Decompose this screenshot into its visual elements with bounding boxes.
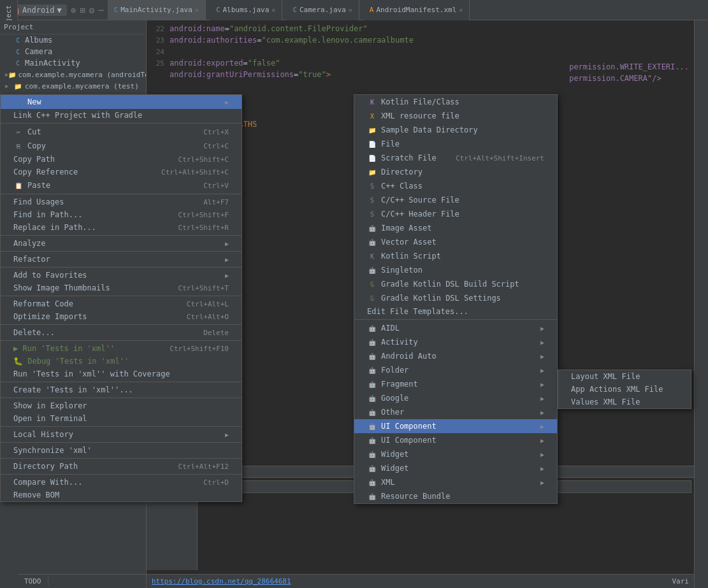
menu-item-values-xml[interactable]: Values XML File [558,396,691,408]
menu-item-remove-bom[interactable]: Remove BOM [1,489,242,501]
menu-item-sample-data[interactable]: 📁 Sample Data Directory [354,123,557,137]
menu-item-activity[interactable]: 🤖 Activity ▶ [354,335,557,349]
menu-item-resource-bundle[interactable]: 🤖 Resource Bundle [354,489,557,503]
menu-item-wear[interactable]: 🤖 Widget ▶ [354,447,557,461]
menu-item-vector-asset[interactable]: 🤖 Vector Asset [354,235,557,249]
menu-item-copy-ref[interactable]: Copy Reference Ctrl+Alt+Shift+C [1,166,242,178]
menu-item-copy[interactable]: ⎘ Copy Ctrl+C [1,139,242,153]
menu-item-layout-xml[interactable]: Layout XML File [558,370,691,383]
menu-dir-path-label: Directory Path [13,462,78,471]
tab-todo[interactable]: TODO [18,577,48,585]
menu-item-show-thumbnails[interactable]: Show Image Thumbnails Ctrl+Shift+T [1,282,242,294]
menu-android-auto-label: Android Auto [381,352,437,361]
menu-item-singleton[interactable]: 🤖 Singleton [354,263,557,277]
xml-icon: A [370,6,374,14]
menu-item-aidl[interactable]: 🤖 AIDL ▶ [354,321,557,335]
cpp-class-icon: S [367,181,377,191]
menu-item-new[interactable]: New ▶ [1,95,242,109]
reformat-shortcut: Ctrl+Alt+L [187,300,229,308]
menu-item-ui-component[interactable]: 🤖 UI Component ▶ [354,433,557,447]
menu-item-other[interactable]: 🤖 Other ▶ [354,405,557,419]
tab-todo-label: TODO [24,577,41,585]
layout-icon[interactable]: ⊞ [80,5,85,15]
tab-close-manifest[interactable]: ✕ [459,6,463,13]
menu-item-cpp-header[interactable]: S C/C++ Header File [354,207,557,221]
menu-item-edit-templates[interactable]: Edit File Templates... [354,305,557,318]
tab-close-albums[interactable]: ✕ [271,6,275,13]
menu-item-add-favorites[interactable]: Add to Favorites ▶ [1,269,242,282]
menu-item-dir-path[interactable]: Directory Path Ctrl+Alt+F12 [1,460,242,473]
menu-item-reformat[interactable]: Reformat Code Ctrl+Alt+L [1,298,242,310]
menu-item-replace-in-path[interactable]: Replace in Path... Ctrl+Shift+R [1,221,242,234]
menu-item-open-terminal[interactable]: Open in Terminal [1,412,242,425]
tree-item-androidtest[interactable]: ▶ 📁 com.example.mycamera (androidTes... [0,69,146,80]
menu-item-analyze[interactable]: Analyze ▶ [1,237,242,250]
tab-close-camera[interactable]: ✕ [349,6,352,13]
menu-item-service[interactable]: 🤖 UI Component ▶ [354,419,557,433]
panel-title: Project [4,23,33,31]
menu-item-link-cpp[interactable]: Link C++ Project with Gradle [1,109,242,122]
minimize-icon[interactable]: ─ [98,5,103,15]
menu-item-show-explorer[interactable]: Show in Explorer [1,399,242,412]
menu-item-xml-resource[interactable]: X XML resource file [354,109,557,123]
menu-item-app-actions-xml[interactable]: App Actions XML File [558,383,691,396]
menu-item-widget[interactable]: 🤖 Widget ▶ [354,461,557,475]
menu-item-optimize[interactable]: Optimize Imports Ctrl+Alt+O [1,310,242,323]
menu-item-sync[interactable]: Synchronize 'xml' [1,444,242,457]
tree-item-camera[interactable]: C Camera [0,46,146,57]
tab-close-mainactivity[interactable]: ✕ [195,6,199,13]
tab-manifest[interactable]: A AndroidManifest.xml ✕ [363,0,470,20]
menu-item-cpp-source[interactable]: S C/C++ Source File [354,193,557,207]
menu-cut-label: Cut [27,127,41,136]
menu-item-google[interactable]: 🤖 Google ▶ [354,391,557,405]
menu-item-gradle-kotlin-settings[interactable]: G Gradle Kotlin DSL Settings [354,291,557,305]
menu-item-compare[interactable]: Compare With... Ctrl+D [1,476,242,489]
context-menu: New ▶ Link C++ Project with Gradle ✂ Cut… [0,94,242,502]
settings-icon[interactable]: ⚙ [89,5,94,15]
menu-item-gradle-kotlin-build[interactable]: G Gradle Kotlin DSL Build Script [354,277,557,291]
menu-item-local-history[interactable]: Local History ▶ [1,428,242,441]
delete-shortcut: Delete [203,329,229,337]
menu-item-xml-sub[interactable]: 🤖 XML ▶ [354,475,557,489]
sep-13 [1,458,242,459]
menu-item-kotlin-script[interactable]: K Kotlin Script [354,249,557,263]
menu-item-delete[interactable]: Delete... Delete [1,326,242,339]
code-22: android:name="android.content.FileProvid… [170,24,368,33]
menu-item-refactor[interactable]: Refactor ▶ [1,253,242,266]
menu-item-find-usages[interactable]: Find Usages Alt+F7 [1,196,242,208]
tree-item-mainactivity[interactable]: C MainActivity [0,57,146,69]
tree-label-camera: Camera [25,47,52,56]
menu-item-image-asset[interactable]: 🤖 Image Asset [354,221,557,235]
aidl-arrow: ▶ [540,325,544,332]
menu-link-cpp-label: Link C++ Project with Gradle [13,111,142,120]
menu-item-folder[interactable]: 🤖 Folder ▶ [354,363,557,377]
menu-item-kotlin-class[interactable]: K Kotlin File/Class [354,95,557,109]
menu-resource-bundle-label: Resource Bundle [381,492,450,501]
menu-gradle-kotlin-build-label: Gradle Kotlin DSL Build Script [381,280,519,289]
menu-item-run-coverage[interactable]: Run 'Tests in 'xml'' with Coverage [1,368,242,380]
globe-icon[interactable]: ⊕ [71,5,76,15]
menu-item-file[interactable]: 📄 File [354,137,557,151]
menu-item-cpp-class[interactable]: S C++ Class [354,179,557,193]
menu-ui-component-label: UI Component [381,436,437,445]
menu-item-run-tests[interactable]: ▶ Run 'Tests in 'xml'' Ctrl+Shift+F10 [1,342,242,355]
menu-item-directory[interactable]: 📁 Directory [354,165,557,179]
menu-item-create-tests[interactable]: Create 'Tests in 'xml''... [1,384,242,396]
tab-camera[interactable]: C Camera.java ✕ [286,0,359,20]
menu-item-find-in-path[interactable]: Find in Path... Ctrl+Shift+F [1,208,242,221]
tree-item-test[interactable]: ▶ 📁 com.example.mycamera (test) [0,80,146,92]
menu-item-paste[interactable]: 📋 Paste Ctrl+V [1,178,242,192]
menu-item-debug-tests[interactable]: 🐛 Debug 'Tests in 'xml'' [1,355,242,368]
line-23: 23 [147,36,170,45]
menu-item-copy-path[interactable]: Copy Path Ctrl+Shift+C [1,153,242,166]
menu-item-cut[interactable]: ✂ Cut Ctrl+X [1,125,242,139]
tree-item-albums[interactable]: C Albums [0,34,146,46]
menu-item-fragment[interactable]: 🤖 Fragment ▶ [354,377,557,391]
sep-9 [1,382,242,382]
menu-item-android-auto[interactable]: 🤖 Android Auto ▶ [354,349,557,363]
vector-asset-icon: 🤖 [367,237,377,247]
menu-item-scratch-file[interactable]: 📄 Scratch File Ctrl+Alt+Shift+Insert [354,151,557,165]
menu-remove-bom-label: Remove BOM [13,491,59,499]
tab-albums[interactable]: C Albums.java ✕ [210,0,283,20]
tab-mainactivity[interactable]: C MainActivity.java ✕ [108,0,206,20]
